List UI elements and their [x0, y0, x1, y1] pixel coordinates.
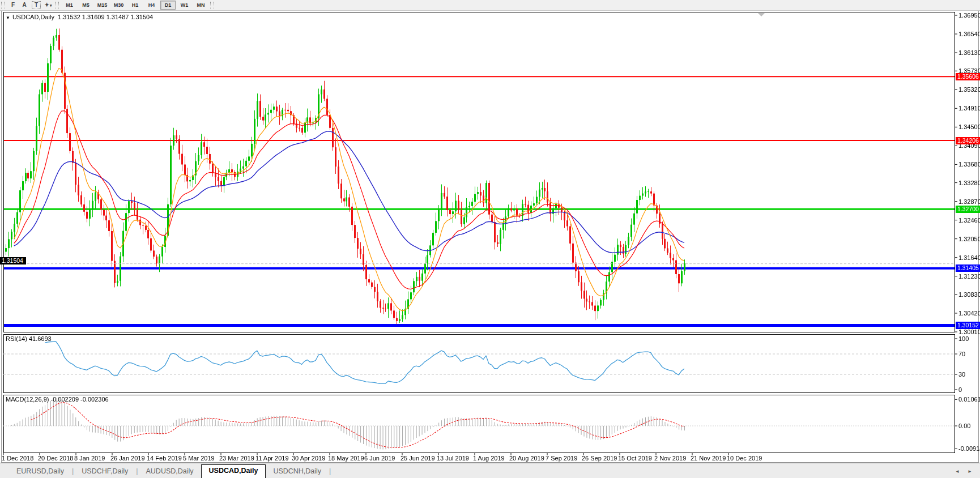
date-axis-tick-label: 11 Apr 2019 [255, 455, 289, 462]
text-tool-icon: A [22, 2, 26, 8]
price-axis-tick-label: 1.33280 [958, 180, 980, 187]
date-axis-tick-label: 21 Nov 2019 [691, 455, 726, 462]
date-axis-tick-label: 2 Nov 2019 [654, 455, 686, 462]
price-axis-tick-label: 1.34500 [958, 123, 980, 131]
date-axis-tick-label: 1 Dec 2018 [2, 455, 33, 462]
arrows-tool-button[interactable]: ✦▾ [42, 1, 54, 9]
date-axis-tick-label: 7 Sep 2019 [546, 455, 577, 462]
price-axis-tick-label: 1.36130 [958, 49, 980, 57]
price-axis-tick-label: 1.32050 [958, 236, 980, 243]
date-axis-tick-label: 15 Oct 2019 [618, 455, 652, 462]
level-price-flag: 1.32700 [956, 206, 980, 213]
tab-scroll-arrows: ◄ ► [955, 469, 975, 474]
price-axis-tick-label: 1.31230 [958, 273, 980, 280]
date-axis-tick-label: 5 Mar 2019 [183, 455, 215, 462]
level-price-flag: 1.30152 [956, 322, 980, 329]
date-axis-tick-label: 30 Apr 2019 [292, 455, 325, 462]
price-axis-tick-label: 1.31640 [958, 254, 980, 262]
level-price-flag: 1.31405 [956, 264, 980, 272]
date-axis-tick-label: 23 Mar 2019 [219, 455, 254, 462]
price-axis-tick-label: 1.34910 [958, 105, 980, 112]
rsi-indicator-label: RSI(14) 41.6693 [6, 335, 52, 342]
text-label-tool-button[interactable]: T [32, 1, 41, 9]
chart-symbol-label: USDCAD,Daily [12, 14, 54, 20]
date-axis-tick-label: 26 Jan 2019 [110, 455, 145, 462]
price-axis-tick-label: 1.30420 [958, 310, 980, 317]
tab-separator: | [329, 467, 331, 478]
symbol-tab-bar: EURUSD,Daily|USDCHF,Daily|AUDUSD,DailyUS… [0, 463, 980, 478]
timeframe-button-m15[interactable]: M15 [95, 1, 110, 10]
rsi-axis-tick-label: 100 [958, 335, 969, 343]
text-tool-button[interactable]: A [19, 1, 30, 9]
timeframe-button-w1[interactable]: W1 [177, 1, 192, 10]
text-label-tool-icon: T [35, 2, 38, 8]
line-studies-group: FAT✦▾ [7, 1, 54, 9]
price-axis-tick-label: 1.36540 [958, 31, 980, 38]
timeframe-button-m1[interactable]: M1 [62, 1, 77, 10]
date-axis-tick-label: 6 Jun 2019 [364, 455, 395, 462]
level-price-flag: 1.34206 [956, 137, 980, 144]
timeframe-button-h1[interactable]: H1 [127, 1, 143, 10]
toolbar: FAT✦▾ M1M5M15M30H1H4D1W1MN [0, 0, 980, 11]
timeframe-button-m5[interactable]: M5 [78, 1, 93, 10]
tab-scroll-left-icon[interactable]: ◄ [955, 469, 963, 474]
chart-title: ▼USDCAD,Daily 1.31532 1.31609 1.31487 1.… [6, 14, 153, 20]
chevron-down-icon[interactable]: ▾ [50, 3, 52, 7]
symbol-tab-usdcad[interactable]: USDCAD,Daily [201, 464, 266, 478]
symbol-tab-eurusd[interactable]: EURUSD,Daily [9, 466, 71, 478]
arrows-tool-icon: ✦ [45, 2, 49, 8]
timeframe-button-mn[interactable]: MN [193, 1, 208, 10]
symbol-tab-audusd[interactable]: AUDUSD,Daily [139, 466, 201, 478]
date-axis-tick-label: 25 Jun 2019 [400, 455, 435, 462]
symbol-tab-usdcnh[interactable]: USDCNH,Daily [266, 466, 329, 478]
price-axis-tick-label: 1.32460 [958, 217, 980, 224]
price-chart-canvas[interactable] [0, 0, 980, 478]
date-axis-tick-label: 13 Jul 2019 [437, 455, 469, 462]
fibonacci-tool-icon: F [11, 2, 15, 8]
date-axis-tick-label: 26 Sep 2019 [582, 455, 617, 462]
symbol-tab-usdchf[interactable]: USDCHF,Daily [74, 466, 135, 478]
macd-axis-tick-label: 0.00 [958, 422, 970, 430]
rsi-axis-tick-label: 70 [958, 351, 965, 358]
date-axis-tick-label: 20 Dec 2018 [38, 455, 73, 462]
date-axis-tick-label: 8 Jan 2019 [74, 455, 105, 462]
terminal-window: FAT✦▾ M1M5M15M30H1H4D1W1MN ▼USDCAD,Daily… [0, 0, 980, 478]
macd-axis-tick-label: 0.010615 [958, 396, 980, 403]
level-price-flag: 1.35606 [956, 73, 980, 80]
toolbar-grip-icon[interactable] [55, 2, 59, 8]
price-axis-tick-label: 1.32870 [958, 198, 980, 206]
price-axis-tick-label: 1.35320 [958, 86, 980, 93]
price-axis-tick-label: 1.30830 [958, 291, 980, 298]
collapse-triangle-icon[interactable]: ▼ [6, 15, 10, 20]
date-axis-tick-label: 1 Aug 2019 [473, 455, 505, 462]
date-axis-tick-label: 14 Feb 2019 [147, 455, 182, 462]
current-price-flag: 1.31504 [0, 257, 26, 264]
fibonacci-tool-button[interactable]: F [7, 1, 19, 9]
tab-scroll-right-icon[interactable]: ► [968, 469, 975, 474]
price-axis-tick-label: 1.36950 [958, 12, 980, 19]
rsi-axis-tick-label: 0 [958, 386, 962, 394]
chart-ohlc-values: 1.31532 1.31609 1.31487 1.31504 [58, 14, 153, 20]
macd-indicator-label: MACD(12,26,9) -0.002209 -0.002306 [6, 396, 109, 403]
toolbar-grip-icon[interactable] [1, 2, 5, 8]
timeframe-button-h4[interactable]: H4 [144, 1, 159, 10]
date-axis-tick-label: 10 Dec 2019 [727, 455, 762, 462]
macd-axis-tick-label: -0.009181 [958, 445, 980, 453]
timeframe-button-m30[interactable]: M30 [111, 1, 126, 10]
toolbar-grip-icon[interactable] [210, 2, 214, 8]
date-axis-tick-label: 20 Aug 2019 [509, 455, 544, 462]
rsi-axis-tick-label: 30 [958, 371, 965, 378]
price-axis-tick-label: 1.33680 [958, 161, 980, 168]
date-axis-tick-label: 18 May 2019 [328, 455, 364, 462]
timeframe-group: M1M5M15M30H1H4D1W1MN [61, 1, 209, 10]
timeframe-button-d1[interactable]: D1 [160, 1, 176, 10]
